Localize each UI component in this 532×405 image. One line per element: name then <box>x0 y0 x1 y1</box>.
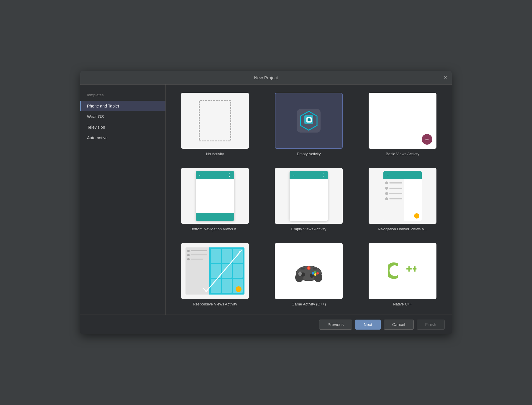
svg-rect-4 <box>308 118 311 121</box>
sidebar-section-label: Templates <box>80 90 165 101</box>
svg-point-19 <box>312 272 314 275</box>
resp-dot-1 <box>187 250 190 252</box>
toolbar-dots: ⋮ <box>227 173 232 177</box>
template-thumb-native-cpp <box>369 243 436 299</box>
previous-button[interactable]: Previous <box>319 320 352 330</box>
dialog-body: Templates Phone and Tablet Wear OS Telev… <box>80 85 452 315</box>
no-activity-box <box>199 100 231 141</box>
resp-fab <box>236 286 242 292</box>
dialog-footer: Previous Next Cancel Finish <box>80 315 452 334</box>
resp-cell-8 <box>222 279 232 292</box>
game-controller-icon <box>294 259 324 283</box>
template-thumb-game-activity <box>275 243 343 299</box>
templates-grid: No Activity <box>172 90 446 309</box>
drawer-line-2 <box>389 188 402 189</box>
template-label-no-activity: No Activity <box>206 152 224 156</box>
svg-rect-27 <box>414 266 416 272</box>
bottom-nav-toolbar: ← ⋮ <box>196 171 234 179</box>
svg-point-16 <box>314 271 316 273</box>
template-thumb-responsive-views <box>181 243 249 299</box>
nav-drawer-content-area <box>404 179 422 221</box>
resp-cell-7 <box>211 279 221 292</box>
drawer-list-item-1 <box>385 181 402 184</box>
toolbar-back-arrow-3: ← <box>386 173 390 177</box>
template-card-basic-views[interactable]: + Basic Views Activity <box>359 90 446 158</box>
sidebar-item-automotive[interactable]: Automotive <box>80 133 165 143</box>
drawer-list-item-4 <box>385 197 402 200</box>
empty-views-body <box>290 179 328 221</box>
close-button[interactable]: × <box>444 75 447 80</box>
responsive-views-mockup <box>185 247 244 295</box>
template-card-nav-drawer[interactable]: ← <box>359 166 446 234</box>
svg-rect-21 <box>313 268 317 270</box>
resp-line-1 <box>191 250 207 251</box>
dialog-title: New Project <box>254 75 278 80</box>
template-label-responsive-views: Responsive Views Activity <box>193 302 237 306</box>
resp-cell-4 <box>211 264 221 278</box>
bottom-nav-bar <box>196 213 234 221</box>
resp-left-panel <box>185 247 209 295</box>
resp-cell-5 <box>222 264 232 278</box>
template-card-no-activity[interactable]: No Activity <box>172 90 258 158</box>
svg-point-17 <box>316 272 319 275</box>
bottom-nav-item-2 <box>196 213 215 221</box>
resp-list-item-1 <box>187 250 207 252</box>
template-thumb-nav-drawer: ← <box>369 168 436 224</box>
bottom-nav-item-3 <box>215 213 234 221</box>
sidebar-item-phone-tablet[interactable]: Phone and Tablet <box>80 101 165 111</box>
template-card-empty-views[interactable]: ← ⋮ Empty Views Activity <box>265 166 352 234</box>
resp-cell-1 <box>211 249 221 263</box>
finish-button[interactable]: Finish <box>417 320 445 330</box>
sidebar-item-television[interactable]: Television <box>80 122 165 133</box>
bottom-nav-body <box>196 179 234 213</box>
template-thumb-empty-activity <box>275 93 343 149</box>
svg-rect-15 <box>298 273 302 275</box>
cancel-button[interactable]: Cancel <box>384 320 414 330</box>
bottom-nav-phone-mockup: ← ⋮ <box>196 171 234 221</box>
resp-dot-2 <box>187 254 190 256</box>
nav-drawer-phone-mockup: ← <box>383 171 422 221</box>
empty-views-toolbar: ← ⋮ <box>290 171 328 179</box>
svg-rect-20 <box>301 268 305 270</box>
empty-activity-icon <box>297 109 321 133</box>
svg-point-18 <box>314 273 316 276</box>
template-label-bottom-nav: Bottom Navigation Views A... <box>191 227 240 231</box>
drawer-dot-1 <box>385 181 388 184</box>
template-label-empty-views: Empty Views Activity <box>291 227 326 231</box>
svg-rect-25 <box>408 266 410 272</box>
sidebar: Templates Phone and Tablet Wear OS Telev… <box>80 85 166 315</box>
next-button[interactable]: Next <box>355 320 381 330</box>
resp-dot-3 <box>187 258 190 260</box>
resp-cell-6 <box>233 264 243 278</box>
toolbar-back-arrow: ← <box>198 173 202 177</box>
nav-drawer-toolbar: ← <box>383 171 422 179</box>
sidebar-item-wear-os[interactable]: Wear OS <box>80 111 165 122</box>
template-thumb-basic-views: + <box>369 93 436 149</box>
empty-views-phone-mockup: ← ⋮ <box>290 171 328 221</box>
resp-cell-3 <box>233 249 243 263</box>
resp-line-2 <box>191 254 207 255</box>
nav-drawer-list <box>383 179 404 221</box>
template-card-responsive-views[interactable]: Responsive Views Activity <box>172 241 258 309</box>
template-card-native-cpp[interactable]: Native C++ <box>359 241 446 309</box>
drawer-line-1 <box>389 182 402 184</box>
nav-drawer-body <box>383 179 422 221</box>
cpp-icon <box>388 258 417 284</box>
new-project-dialog: New Project × Templates Phone and Tablet… <box>80 71 452 334</box>
nav-drawer-fab <box>414 213 419 219</box>
toolbar-dots-2: ⋮ <box>321 173 326 177</box>
template-label-game-activity: Game Activity (C++) <box>292 302 326 306</box>
basic-views-plus-icon: + <box>422 134 432 145</box>
drawer-list-item-3 <box>385 192 402 195</box>
template-card-game-activity[interactable]: Game Activity (C++) <box>265 241 352 309</box>
resp-cell-2 <box>222 249 232 263</box>
template-card-empty-activity[interactable]: Empty Activity <box>265 90 352 158</box>
template-label-nav-drawer: Navigation Drawer Views A... <box>378 227 427 231</box>
template-label-basic-views: Basic Views Activity <box>386 152 419 156</box>
template-label-native-cpp: Native C++ <box>393 302 412 306</box>
template-thumb-bottom-nav: ← ⋮ <box>181 168 249 224</box>
template-card-bottom-nav[interactable]: ← ⋮ Bottom Navigation Views A... <box>172 166 258 234</box>
template-thumb-no-activity <box>181 93 249 149</box>
template-label-empty-activity: Empty Activity <box>297 152 321 156</box>
drawer-dot-3 <box>385 192 388 195</box>
